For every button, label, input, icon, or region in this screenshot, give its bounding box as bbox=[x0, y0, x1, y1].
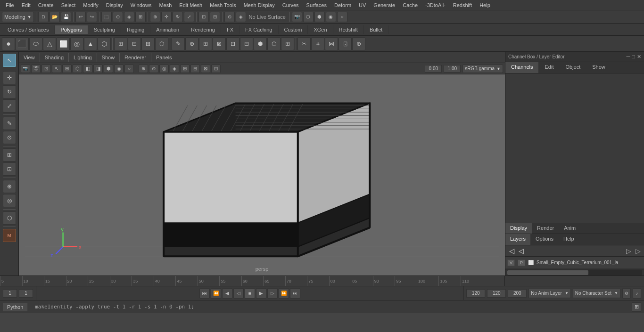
layer-next-btn[interactable]: ▷ bbox=[624, 247, 633, 255]
anim-stop-btn[interactable]: ■ bbox=[245, 288, 255, 299]
tab-display[interactable]: Display bbox=[505, 223, 532, 234]
select-btn[interactable]: ⬚ bbox=[101, 12, 112, 22]
snap-grid-btn[interactable]: ⊡ bbox=[3, 162, 16, 176]
tab-anim[interactable]: Anim bbox=[559, 223, 581, 234]
python-tab[interactable]: Python bbox=[3, 303, 27, 311]
char-set-dropdown[interactable]: No Character Set ▼ bbox=[573, 289, 620, 298]
tab-fx-caching[interactable]: FX Caching bbox=[239, 25, 278, 34]
move-btn[interactable]: ✛ bbox=[161, 12, 172, 22]
menu-select[interactable]: Select bbox=[58, 1, 80, 9]
scroll-track[interactable] bbox=[507, 270, 642, 275]
end-frame-input[interactable] bbox=[466, 289, 485, 298]
shelf-mesh1[interactable]: ⊞ bbox=[114, 37, 127, 50]
shelf-edit3[interactable]: ⊞ bbox=[199, 37, 212, 50]
render-btn3[interactable]: ◉ bbox=[326, 12, 336, 22]
shelf-cube[interactable]: ⬛ bbox=[16, 37, 29, 50]
tab-show[interactable]: Show bbox=[586, 62, 611, 73]
shelf-edit2[interactable]: ⊕ bbox=[185, 37, 198, 50]
tab-help[interactable]: Help bbox=[559, 234, 579, 245]
anim-prev-key-btn[interactable]: ⏪ bbox=[211, 288, 221, 299]
shelf-prism[interactable]: ▲ bbox=[84, 37, 97, 50]
shelf-tool5[interactable]: ⊕ bbox=[352, 37, 365, 50]
live-surface-btn[interactable]: ⊙ bbox=[224, 12, 235, 22]
shelf-mesh4[interactable]: ⬡ bbox=[155, 37, 168, 50]
shelf-cyl[interactable]: ⬭ bbox=[29, 37, 42, 50]
scale-tool-btn[interactable]: ⤢ bbox=[3, 99, 16, 113]
menu-windows[interactable]: Windows bbox=[127, 1, 156, 9]
layer-add-btn[interactable]: ◁ bbox=[507, 247, 516, 255]
vp-icon-light6[interactable]: ⊟ bbox=[190, 65, 200, 73]
scroll-thumb[interactable] bbox=[507, 270, 588, 275]
menu-surfaces[interactable]: Surfaces bbox=[303, 1, 330, 9]
scale-btn[interactable]: ⤢ bbox=[184, 12, 194, 22]
menu-edit-mesh[interactable]: Edit Mesh bbox=[175, 1, 206, 9]
tab-rendering[interactable]: Rendering bbox=[185, 25, 221, 34]
save-btn[interactable]: 💾 bbox=[61, 12, 71, 22]
vp-icon-shade3[interactable]: ⬢ bbox=[104, 65, 113, 73]
vp-icon-wire[interactable]: ⬡ bbox=[73, 65, 82, 73]
menu-curves[interactable]: Curves bbox=[279, 1, 303, 9]
menu-mesh[interactable]: Mesh bbox=[155, 1, 175, 9]
shelf-mesh2[interactable]: ⊟ bbox=[128, 37, 141, 50]
new-btn[interactable]: 🗋 bbox=[38, 12, 49, 22]
vp-icon-light5[interactable]: ⊞ bbox=[180, 65, 190, 73]
paint-btn[interactable]: ◈ bbox=[124, 12, 134, 22]
vp-val2-input[interactable] bbox=[444, 65, 461, 73]
menu-deform[interactable]: Deform bbox=[330, 1, 355, 9]
tab-xgen[interactable]: XGen bbox=[308, 25, 333, 34]
cam-btn[interactable]: 📷 bbox=[292, 12, 302, 22]
tab-animation[interactable]: Animation bbox=[150, 25, 185, 34]
menu-uv[interactable]: UV bbox=[355, 1, 370, 9]
timeline-ticks[interactable]: 5101520253035404550556065707580859095100… bbox=[0, 276, 505, 286]
shelf-edit1[interactable]: ✎ bbox=[172, 37, 185, 50]
tab-object[interactable]: Object bbox=[560, 62, 586, 73]
rotate-btn[interactable]: ↻ bbox=[173, 12, 183, 22]
vp-menu-renderer[interactable]: Renderer bbox=[122, 54, 149, 61]
snap2-btn[interactable]: ⊟ bbox=[210, 12, 220, 22]
vp-menu-panels[interactable]: Panels bbox=[153, 54, 175, 61]
vp-icon-shade4[interactable]: ◉ bbox=[114, 65, 124, 73]
menu-mesh-tools[interactable]: Mesh Tools bbox=[206, 1, 239, 9]
render-btn1[interactable]: ⬡ bbox=[303, 12, 314, 22]
cb-close-btn[interactable]: ✕ bbox=[637, 54, 641, 60]
shelf-edit6[interactable]: ⊟ bbox=[240, 37, 253, 50]
menu-cache[interactable]: Cache bbox=[399, 1, 421, 9]
menu-display[interactable]: Display bbox=[102, 1, 127, 9]
vp-icon-shade5[interactable]: ○ bbox=[124, 65, 134, 73]
vp-icon-select[interactable]: ↖ bbox=[52, 65, 61, 73]
vp-icon-light4[interactable]: ◈ bbox=[170, 65, 179, 73]
anim-prev-frame-btn[interactable]: ◀ bbox=[222, 288, 232, 299]
shelf-cone[interactable]: △ bbox=[43, 37, 56, 50]
menu-file[interactable]: File bbox=[2, 1, 18, 9]
tab-edit[interactable]: Edit bbox=[539, 62, 560, 73]
shelf-tool3[interactable]: ⋈ bbox=[325, 37, 338, 50]
menu-generate[interactable]: Generate bbox=[370, 1, 399, 9]
tab-layers[interactable]: Layers bbox=[505, 234, 531, 245]
vp-menu-lighting[interactable]: Lighting bbox=[71, 54, 95, 61]
anim-next-frame-btn[interactable]: ▷ bbox=[267, 288, 278, 299]
render-region-btn[interactable]: ⬡ bbox=[3, 211, 16, 225]
shelf-edit7[interactable]: ⬢ bbox=[254, 37, 267, 50]
render-btn4[interactable]: ○ bbox=[337, 12, 347, 22]
tab-fx[interactable]: FX bbox=[221, 25, 239, 34]
menu-create[interactable]: Create bbox=[34, 1, 58, 9]
layer-p-toggle[interactable]: P bbox=[518, 259, 525, 266]
menu-modify[interactable]: Modify bbox=[79, 1, 102, 9]
cb-maximize-btn[interactable]: □ bbox=[632, 54, 635, 60]
color-profile-dropdown[interactable]: sRGB gamma ▼ bbox=[462, 65, 503, 73]
shelf-edit8[interactable]: ⬡ bbox=[267, 37, 281, 50]
vp-val1-input[interactable] bbox=[425, 65, 442, 73]
anim-play-btn[interactable]: ▶ bbox=[256, 288, 266, 299]
tab-rigging[interactable]: Rigging bbox=[121, 25, 150, 34]
workspace-dropdown[interactable]: Modeling ▼ bbox=[2, 12, 34, 22]
redo-btn[interactable]: ↪ bbox=[87, 12, 97, 22]
live-surface-btn2[interactable]: ◈ bbox=[236, 12, 246, 22]
select-tool-btn[interactable]: ↖ bbox=[3, 54, 16, 67]
vp-menu-view[interactable]: View bbox=[21, 54, 38, 61]
menu-3dto[interactable]: -3DtoAll- bbox=[421, 1, 449, 9]
vp-icon-light1[interactable]: ⊕ bbox=[139, 65, 148, 73]
layer-v-toggle[interactable]: V bbox=[507, 259, 515, 266]
anim-audio-btn[interactable]: ♪ bbox=[633, 288, 641, 299]
anim-play-back-btn[interactable]: ◁ bbox=[233, 288, 244, 299]
tab-channels[interactable]: Channels bbox=[505, 62, 539, 73]
